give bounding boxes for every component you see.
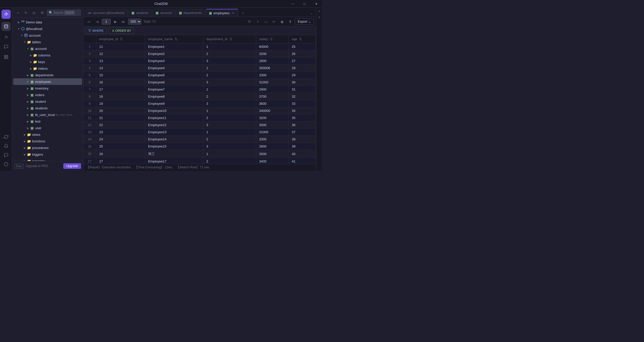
message-icon[interactable] [2, 151, 11, 160]
chart-icon[interactable] [2, 32, 11, 41]
cell-age[interactable]: 36 [288, 122, 316, 129]
cell-salary[interactable]: 2900 [256, 86, 288, 93]
cell-department-id[interactable]: 2 [203, 50, 256, 57]
cell-employee-name[interactable]: Employee14 [145, 136, 203, 143]
tree-item-tb-user-local[interactable]: ▶ ▦ tb_user_local tb_user_loca... [13, 111, 82, 118]
cell-age[interactable]: 31 [288, 86, 316, 93]
cell-employee-id[interactable]: 18 [96, 93, 145, 100]
cell-department-id[interactable]: 2 [203, 93, 256, 100]
cell-employee-id[interactable]: 26 [96, 150, 145, 158]
tree-item-employees[interactable]: ▶ ▦ employees [13, 78, 82, 85]
cell-age[interactable]: 26 [288, 50, 316, 57]
cell-age[interactable]: 34 [288, 107, 316, 114]
upgrade-button[interactable]: Upgrade [63, 163, 81, 169]
cell-employee-id[interactable]: 22 [96, 122, 145, 129]
new-tab-button[interactable]: + [239, 9, 247, 17]
cell-employee-name[interactable]: Employee9 [145, 100, 203, 107]
table-row[interactable]: 4 14 Employee4 1 350006 28 [83, 65, 316, 72]
cell-employee-id[interactable]: 20 [96, 107, 145, 114]
tree-item-departments[interactable]: ▶ ▦ departments [13, 72, 82, 78]
cell-employee-id[interactable]: 23 [96, 129, 145, 136]
orderby-button[interactable]: ORDER BY [109, 28, 134, 34]
target-button[interactable]: ◎ [30, 9, 38, 16]
last-page-button[interactable]: ⏭ [120, 18, 127, 25]
refresh-data-button[interactable]: ↻ [246, 18, 253, 25]
first-page-button[interactable]: ⏮ [85, 18, 93, 25]
cell-employee-id[interactable]: 27 [96, 158, 145, 164]
cell-department-id[interactable]: 2 [203, 136, 256, 143]
cell-employee-name[interactable]: Employee13 [145, 129, 203, 136]
cell-employee-id[interactable]: 12 [96, 50, 145, 57]
cell-age[interactable]: 35 [288, 114, 316, 122]
settings-button[interactable]: ⚙ [39, 9, 46, 16]
cell-department-id[interactable]: 2 [203, 158, 256, 164]
cell-department-id[interactable]: 3 [203, 57, 256, 65]
cell-employee-name[interactable]: Employee17 [145, 158, 203, 164]
tree-item-orders[interactable]: ▶ ▦ orders [13, 92, 82, 98]
cell-age[interactable]: 28 [288, 65, 316, 72]
cell-age[interactable]: 27 [288, 57, 316, 65]
cell-department-id[interactable]: 1 [203, 86, 256, 93]
tree-item-tables[interactable]: ▼ 📁 tables [13, 39, 82, 45]
remove-row-button[interactable]: — [262, 18, 269, 25]
tree-item-columns[interactable]: ▶ 📁 columns [13, 52, 82, 58]
cell-salary[interactable]: 3400 [256, 158, 288, 164]
cell-employee-name[interactable]: Employee12 [145, 122, 203, 129]
cell-salary[interactable]: 3700 [256, 93, 288, 100]
cell-salary[interactable]: 60000 [256, 43, 288, 50]
department-id-header[interactable]: department_id ⇅ [203, 35, 256, 43]
tree-item-test[interactable]: ▶ ▦ test [13, 118, 82, 125]
table-row[interactable]: 10 20 Employee10 1 340000 34 [83, 107, 316, 114]
cell-employee-id[interactable]: 24 [96, 136, 145, 143]
table-row[interactable]: 11 21 Employee11 2 3200 35 [83, 114, 316, 122]
cell-employee-name[interactable]: Employee10 [145, 107, 203, 114]
cell-employee-name[interactable]: 张三 [145, 150, 203, 158]
cell-salary[interactable]: 3300 [256, 72, 288, 79]
tab-students[interactable]: ▦ students [128, 9, 152, 17]
tree-item-localhost[interactable]: ▼ @localhost [13, 25, 82, 32]
prev-page-button[interactable]: ◀ [94, 18, 101, 25]
tree-item-demo-data[interactable]: ▶ Demo data [13, 19, 82, 25]
cell-salary[interactable]: 3600 [256, 100, 288, 107]
table-row[interactable]: 17 27 Employee17 2 3400 41 [83, 158, 316, 164]
cell-age[interactable]: 33 [288, 100, 316, 107]
cell-age[interactable]: 37 [288, 129, 316, 136]
database-icon[interactable] [2, 22, 11, 31]
employee-name-header[interactable]: employee_name ⇅ [145, 35, 203, 43]
refresh-button[interactable]: ↻ [22, 9, 29, 16]
page-number-input[interactable] [102, 19, 111, 25]
cell-department-id[interactable]: 3 [203, 100, 256, 107]
tree-item-triggers[interactable]: ▶ 📁 triggers [13, 151, 82, 158]
cell-age[interactable]: 25 [288, 43, 316, 50]
cell-age[interactable]: 38 [288, 136, 316, 143]
cell-employee-name[interactable]: Employee4 [145, 65, 203, 72]
tree-item-account-table[interactable]: ▼ ▦ account [13, 45, 82, 52]
close-button[interactable]: ✕ [310, 0, 322, 8]
maximize-button[interactable]: □ [299, 0, 310, 8]
tree-item-students[interactable]: ▶ ▦ students [13, 105, 82, 111]
cell-employee-id[interactable]: 17 [96, 86, 145, 93]
cell-employee-name[interactable]: Employee2 [145, 50, 203, 57]
cell-department-id[interactable]: 3 [203, 122, 256, 129]
cell-salary[interactable]: 3200 [256, 114, 288, 122]
table-row[interactable]: 7 17 Employee7 1 2900 31 [83, 86, 316, 93]
undo-button[interactable]: ↩ [270, 18, 278, 25]
tree-item-account-db[interactable]: ▼ account [13, 32, 82, 39]
search-bar[interactable]: 🔍 Search Ctrl+F [47, 9, 81, 16]
bell-icon[interactable] [2, 141, 11, 151]
table-row[interactable]: 14 24 Employee14 2 3300 38 [83, 136, 316, 143]
cell-employee-name[interactable]: Employee6 [145, 79, 203, 86]
table-row[interactable]: 15 25 Employee15 3 2800 39 [83, 143, 316, 150]
table-row[interactable]: 16 26 张三 1 3500 40 [83, 150, 316, 158]
table-row[interactable]: 3 13 Employee3 3 2800 27 [83, 57, 316, 65]
sync-icon[interactable] [2, 132, 11, 141]
right-panel-icon-bottom[interactable]: ≡ [317, 15, 322, 20]
cell-salary[interactable]: 3300 [256, 136, 288, 143]
cell-age[interactable]: 30 [288, 79, 316, 86]
tree-item-procedures[interactable]: ▶ 📁 procedures [13, 144, 82, 151]
cell-employee-name[interactable]: Employee15 [145, 143, 203, 150]
page-size-select[interactable]: 200 100 500 [128, 19, 141, 25]
cell-salary[interactable]: 340000 [256, 107, 288, 114]
table-row[interactable]: 9 19 Employee9 3 3600 33 [83, 100, 316, 107]
add-row-button[interactable]: + [254, 18, 261, 25]
